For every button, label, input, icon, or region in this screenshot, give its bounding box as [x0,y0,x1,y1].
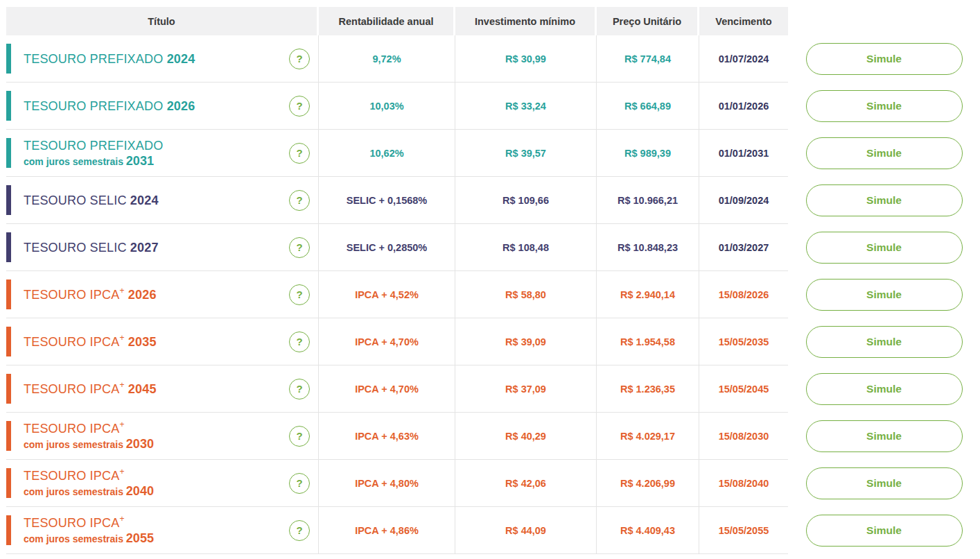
unit-price-value: R$ 10.966,21 [597,177,699,224]
help-icon[interactable]: ? [289,473,310,494]
bond-title-cell: TESOURO IPCA+ com juros semestrais 2030 … [6,413,319,460]
simulate-button[interactable]: Simule [806,420,963,452]
bond-row: TESOURO IPCA+ com juros semestrais 2040 … [6,460,980,507]
unit-price-value: R$ 774,84 [597,35,699,83]
bond-name: TESOURO PREFIXADO com juros semestrais 2… [24,138,163,168]
simulate-cell: Simule [788,507,980,554]
maturity-date-value: 01/01/2026 [699,83,788,130]
simulate-button[interactable]: Simule [806,326,963,358]
bond-name: TESOURO IPCA+ com juros semestrais 2040 [24,468,154,498]
bond-color-bar [6,138,11,168]
header-preco-unitario: Preço Unitário [597,7,699,35]
bond-color-bar [6,185,11,215]
help-icon[interactable]: ? [289,96,310,117]
simulate-button[interactable]: Simule [806,232,963,264]
bond-row: TESOURO PREFIXADO 2024 ? 9,72% R$ 30,99 … [6,35,980,83]
help-icon[interactable]: ? [289,379,310,399]
maturity-date-value: 15/05/2055 [699,507,788,554]
bond-color-bar [6,91,11,121]
bond-row: TESOURO SELIC 2027 ? SELIC + 0,2850% R$ … [6,224,980,271]
simulate-cell: Simule [788,413,980,460]
bond-row: TESOURO PREFIXADO 2026 ? 10,03% R$ 33,24… [6,83,980,130]
bond-title-cell: TESOURO IPCA+ com juros semestrais 2055 … [6,507,319,554]
bond-color-bar [6,232,11,262]
bond-name: TESOURO SELIC 2027 [24,240,159,255]
annual-rate-value: IPCA + 4,63% [319,413,455,460]
header-titulo: Título [6,7,319,35]
simulate-button[interactable]: Simule [806,43,963,75]
bond-title-cell: TESOURO IPCA+ 2026 ? [6,271,319,318]
maturity-date-value: 15/05/2035 [699,318,788,366]
annual-rate-value: IPCA + 4,70% [319,366,455,413]
minimum-investment-value: R$ 40,29 [455,413,597,460]
bond-title-cell: TESOURO PREFIXADO com juros semestrais 2… [6,130,319,177]
bond-title-cell: TESOURO PREFIXADO 2024 ? [6,35,319,83]
annual-rate-value: SELIC + 0,2850% [319,224,455,271]
simulate-button[interactable]: Simule [806,90,963,122]
annual-rate-value: IPCA + 4,70% [319,318,455,366]
help-icon[interactable]: ? [289,190,310,211]
bond-row: TESOURO IPCA+ 2035 ? IPCA + 4,70% R$ 39,… [6,318,980,366]
bond-row: TESOURO SELIC 2024 ? SELIC + 0,1568% R$ … [6,177,980,224]
maturity-date-value: 15/05/2045 [699,366,788,413]
annual-rate-value: 9,72% [319,35,455,83]
unit-price-value: R$ 1.954,58 [597,318,699,366]
simulate-button[interactable]: Simule [806,279,963,311]
header-investimento-minimo: Investimento mínimo [455,7,597,35]
bond-row: TESOURO IPCA+ com juros semestrais 2055 … [6,507,980,554]
maturity-date-value: 01/01/2031 [699,130,788,177]
simulate-button[interactable]: Simule [806,515,963,547]
annual-rate-value: IPCA + 4,80% [319,460,455,507]
simulate-button[interactable]: Simule [806,467,963,499]
minimum-investment-value: R$ 44,09 [455,507,597,554]
unit-price-value: R$ 4.409,43 [597,507,699,554]
maturity-date-value: 01/07/2024 [699,35,788,83]
minimum-investment-value: R$ 58,80 [455,271,597,318]
annual-rate-value: IPCA + 4,52% [319,271,455,318]
help-icon[interactable]: ? [289,426,310,447]
bond-color-bar [6,421,11,451]
simulate-button[interactable]: Simule [806,137,963,169]
help-icon[interactable]: ? [289,143,310,164]
simulate-cell: Simule [788,318,980,366]
simulate-cell: Simule [788,460,980,507]
bond-title-cell: TESOURO SELIC 2024 ? [6,177,319,224]
unit-price-value: R$ 4.029,17 [597,413,699,460]
unit-price-value: R$ 2.940,14 [597,271,699,318]
simulate-cell: Simule [788,177,980,224]
bond-color-bar [6,515,11,545]
treasury-bonds-page: Título Rentabilidade anual Investimento … [0,0,980,554]
help-icon[interactable]: ? [289,332,310,352]
bond-name: TESOURO IPCA+ com juros semestrais 2030 [24,421,154,451]
maturity-date-value: 01/03/2027 [699,224,788,271]
minimum-investment-value: R$ 39,57 [455,130,597,177]
simulate-cell: Simule [788,271,980,318]
unit-price-value: R$ 1.236,35 [597,366,699,413]
bonds-table-body: TESOURO PREFIXADO 2024 ? 9,72% R$ 30,99 … [6,35,980,554]
bond-row: TESOURO PREFIXADO com juros semestrais 2… [6,130,980,177]
help-icon[interactable]: ? [289,520,310,541]
bond-title-cell: TESOURO IPCA+ com juros semestrais 2040 … [6,460,319,507]
minimum-investment-value: R$ 30,99 [455,35,597,83]
bond-title-cell: TESOURO IPCA+ 2035 ? [6,318,319,366]
maturity-date-value: 15/08/2030 [699,413,788,460]
annual-rate-value: 10,03% [319,83,455,130]
minimum-investment-value: R$ 39,09 [455,318,597,366]
help-icon[interactable]: ? [289,284,310,305]
simulate-cell: Simule [788,130,980,177]
help-icon[interactable]: ? [289,49,310,69]
help-icon[interactable]: ? [289,237,310,258]
minimum-investment-value: R$ 108,48 [455,224,597,271]
annual-rate-value: 10,62% [319,130,455,177]
annual-rate-value: SELIC + 0,1568% [319,177,455,224]
bond-name: TESOURO IPCA+ 2045 [24,381,157,397]
simulate-cell: Simule [788,35,980,83]
simulate-cell: Simule [788,83,980,130]
bond-name: TESOURO PREFIXADO 2026 [24,98,195,114]
bond-color-bar [6,44,11,74]
bond-name: TESOURO PREFIXADO 2024 [24,51,195,67]
bond-name: TESOURO IPCA+ 2035 [24,334,157,350]
simulate-button[interactable]: Simule [806,373,963,405]
simulate-button[interactable]: Simule [806,184,963,216]
unit-price-value: R$ 10.848,23 [597,224,699,271]
